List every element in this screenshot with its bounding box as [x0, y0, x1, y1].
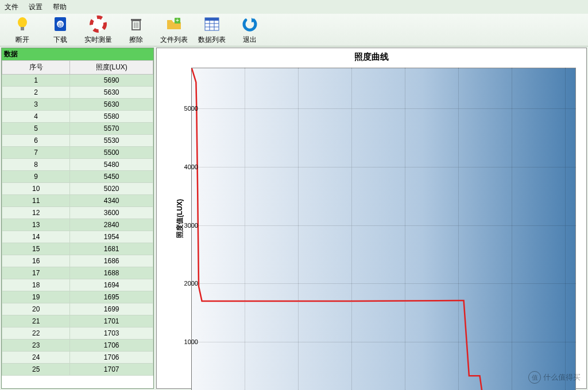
table-row[interactable]: 75500	[2, 147, 153, 159]
folder-icon: +	[164, 14, 184, 34]
table-row[interactable]: 141954	[2, 231, 153, 243]
lifebuoy-icon	[88, 14, 108, 34]
download-button[interactable]: @ 下载	[42, 14, 78, 46]
filelist-label: 文件列表	[156, 35, 192, 45]
menu-settings[interactable]: 设置	[29, 2, 42, 12]
erase-button[interactable]: 擦除	[118, 14, 154, 46]
menu-bar: 文件 设置 帮助	[0, 0, 588, 14]
table-row[interactable]: 15690	[2, 75, 153, 87]
download-label: 下载	[42, 35, 78, 45]
table-row[interactable]: 221703	[2, 327, 153, 340]
table-row[interactable]: 231706	[2, 340, 153, 352]
trash-icon	[126, 14, 146, 34]
toolbar: 断开 @ 下载 实时测量 擦除 + 文件列表 数据列表 退出	[0, 14, 588, 46]
watermark-text: 什么值得买	[543, 372, 581, 383]
svg-text:+: +	[176, 17, 179, 24]
exit-button[interactable]: 退出	[232, 14, 268, 46]
table-row[interactable]: 201699	[2, 303, 153, 315]
col-value[interactable]: 照度(LUX)	[70, 61, 153, 75]
svg-point-5	[91, 17, 105, 31]
svg-point-0	[18, 17, 27, 28]
table-icon	[202, 14, 222, 34]
table-row[interactable]: 181694	[2, 279, 153, 291]
y-tick: 5000	[184, 105, 198, 112]
y-tick: 3000	[184, 222, 198, 229]
table-row[interactable]: 95450	[2, 171, 153, 183]
table-row[interactable]: 35630	[2, 99, 153, 111]
data-table-scroll[interactable]: 序号 照度(LUX) 15690256303563045580555706553…	[2, 60, 153, 389]
y-tick: 1000	[184, 338, 198, 345]
watermark-icon: 值	[528, 371, 541, 384]
table-row[interactable]: 123600	[2, 207, 153, 219]
chart-line	[191, 68, 576, 390]
y-tick: 4000	[184, 163, 198, 170]
svg-rect-7	[131, 19, 141, 21]
disconnect-label: 断开	[5, 35, 40, 45]
svg-text:@: @	[57, 22, 63, 28]
download-icon: @	[51, 14, 70, 34]
table-row[interactable]: 132840	[2, 219, 153, 231]
table-row[interactable]: 55570	[2, 123, 153, 135]
datalist-label: 数据列表	[194, 35, 230, 45]
data-table: 序号 照度(LUX) 15690256303563045580555706553…	[2, 60, 153, 376]
table-row[interactable]: 161686	[2, 255, 153, 267]
y-tick: 2000	[184, 280, 198, 287]
menu-help[interactable]: 帮助	[53, 2, 67, 12]
table-row[interactable]: 171688	[2, 267, 153, 279]
y-axis-label: 照度值(LUX)	[175, 199, 185, 238]
svg-rect-14	[205, 18, 219, 21]
menu-file[interactable]: 文件	[5, 2, 18, 12]
plot-area	[191, 68, 576, 390]
col-index[interactable]: 序号	[2, 61, 70, 75]
table-row[interactable]: 65530	[2, 135, 153, 147]
table-row[interactable]: 241706	[2, 352, 153, 364]
exit-label: 退出	[232, 35, 268, 45]
data-panel-title: 数据	[2, 48, 153, 60]
table-row[interactable]: 114340	[2, 195, 153, 207]
realtime-label: 实时测量	[80, 35, 116, 45]
data-panel: 数据 序号 照度(LUX) 15690256303563045580555706…	[1, 48, 154, 389]
table-row[interactable]: 191695	[2, 291, 153, 303]
realtime-button[interactable]: 实时测量	[80, 14, 116, 46]
watermark: 值 什么值得买	[528, 371, 581, 384]
table-row[interactable]: 251707	[2, 364, 153, 376]
chart-title: 照度曲线	[157, 52, 586, 63]
table-row[interactable]: 151681	[2, 243, 153, 255]
table-row[interactable]: 211701	[2, 315, 153, 327]
table-row[interactable]: 25630	[2, 87, 153, 99]
chart-panel: 照度曲线 照度值(LUX) 序号 010002000300040005000 0…	[156, 48, 587, 389]
lightbulb-icon	[13, 14, 32, 34]
exit-icon	[240, 14, 260, 34]
disconnect-button[interactable]: 断开	[5, 14, 40, 46]
table-row[interactable]: 85480	[2, 159, 153, 171]
table-row[interactable]: 45580	[2, 111, 153, 123]
filelist-button[interactable]: + 文件列表	[156, 14, 192, 46]
table-row[interactable]: 105020	[2, 183, 153, 195]
svg-rect-1	[21, 27, 24, 30]
erase-label: 擦除	[118, 35, 154, 45]
datalist-button[interactable]: 数据列表	[194, 14, 230, 46]
